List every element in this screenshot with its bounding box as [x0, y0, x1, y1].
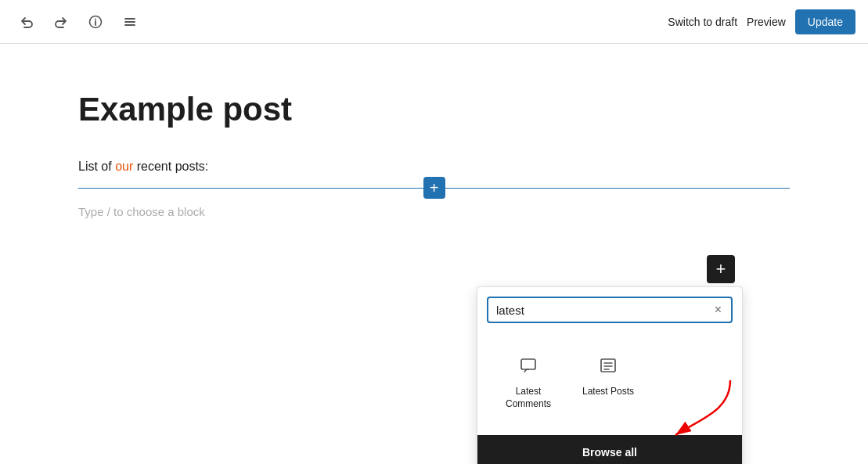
- latest-posts-icon: [594, 351, 622, 379]
- latest-comments-label: LatestComments: [506, 386, 551, 410]
- insert-block-button[interactable]: +: [423, 177, 445, 199]
- post-title[interactable]: Example post: [78, 91, 790, 128]
- highlight-text: our: [115, 160, 133, 173]
- update-button[interactable]: Update: [795, 9, 855, 34]
- redo-button[interactable]: [47, 8, 75, 36]
- block-label-row: List of our recent posts:: [78, 160, 790, 174]
- floating-add-button[interactable]: +: [707, 255, 735, 283]
- browse-all-button[interactable]: Browse all: [477, 435, 742, 464]
- preview-button[interactable]: Preview: [747, 16, 786, 28]
- toolbar: Switch to draft Preview Update: [0, 0, 868, 44]
- block-item-latest-comments[interactable]: LatestComments: [493, 342, 564, 419]
- undo-button[interactable]: [13, 8, 41, 36]
- search-row: ×: [477, 287, 742, 329]
- search-clear-button[interactable]: ×: [713, 303, 723, 317]
- toolbar-right: Switch to draft Preview Update: [668, 9, 855, 34]
- toolbar-left: [13, 8, 144, 36]
- block-placeholder-text: Type / to choose a block: [78, 205, 790, 218]
- switch-to-draft-button[interactable]: Switch to draft: [668, 16, 737, 28]
- editor-area: Example post List of our recent posts: +…: [0, 44, 868, 265]
- block-item-latest-posts[interactable]: Latest Posts: [570, 342, 646, 419]
- svg-rect-6: [521, 359, 535, 369]
- latest-posts-label: Latest Posts: [582, 386, 634, 398]
- block-list-label: List of our recent posts:: [78, 160, 208, 173]
- divider-line-right: [445, 188, 791, 189]
- block-grid: LatestComments Latest Posts: [477, 329, 742, 435]
- block-inserter-popup: × LatestComments: [477, 286, 743, 464]
- info-button[interactable]: [81, 8, 110, 36]
- svg-point-2: [95, 18, 96, 20]
- block-divider: +: [78, 177, 790, 199]
- search-input-wrapper: ×: [487, 297, 733, 323]
- list-view-button[interactable]: [116, 8, 144, 36]
- latest-comments-icon: [514, 351, 542, 379]
- divider-line: [78, 188, 423, 189]
- block-search-input[interactable]: [496, 304, 713, 317]
